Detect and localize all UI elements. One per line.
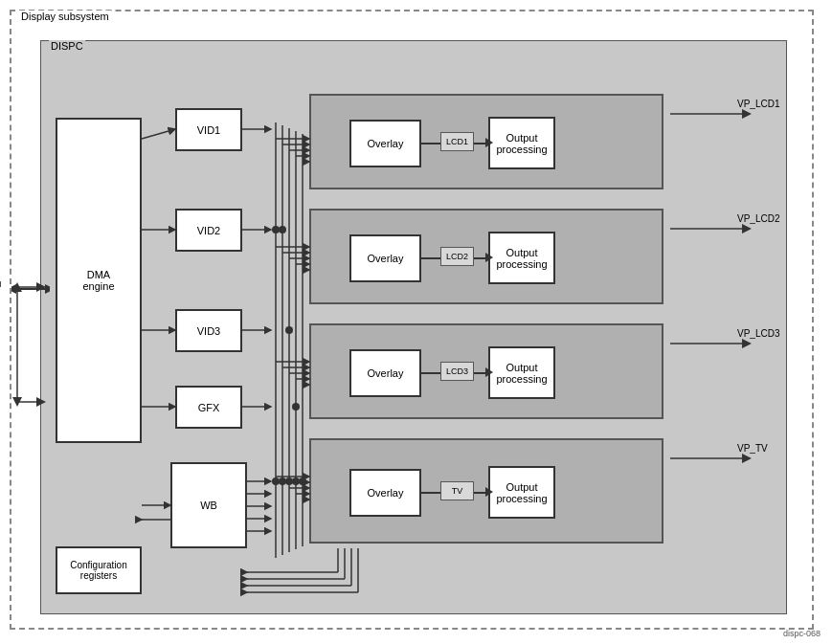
svg-point-48 [299, 477, 306, 485]
signal-vp-tv-label: VP_TV [737, 443, 768, 454]
display-subsystem-label: Display subsystem [19, 11, 111, 22]
svg-marker-65 [742, 339, 752, 348]
diagram-id: dispc-068 [783, 629, 821, 638]
signal-vp-lcd3-label: VP_LCD3 [737, 328, 779, 339]
svg-point-46 [285, 477, 293, 485]
signal-vp-lcd1-label: VP_LCD1 [737, 99, 779, 109]
l3-main-label: L3_MAIN interconnect [0, 203, 1, 298]
svg-line-0 [142, 129, 175, 139]
svg-point-40 [272, 226, 280, 233]
connection-lines [41, 41, 788, 615]
dispc-block: DISPC DMAengine VID1 VID2 VID3 GFX [40, 40, 787, 614]
svg-point-43 [292, 403, 300, 411]
svg-point-42 [285, 326, 293, 334]
signal-vp-lcd2-label: VP_LCD2 [737, 213, 779, 224]
l3-arrow [11, 270, 50, 308]
svg-marker-61 [742, 109, 752, 119]
svg-point-41 [279, 226, 286, 233]
display-subsystem-border: Display subsystem DISPC DMAengine VID1 V… [10, 10, 814, 630]
svg-marker-59 [11, 284, 16, 294]
svg-point-44 [272, 477, 280, 485]
svg-marker-67 [742, 454, 752, 463]
svg-point-47 [292, 477, 300, 485]
svg-marker-63 [742, 224, 752, 233]
svg-marker-58 [45, 284, 50, 294]
diagram-container: Display subsystem DISPC DMAengine VID1 V… [0, 0, 832, 644]
svg-point-45 [279, 477, 286, 485]
